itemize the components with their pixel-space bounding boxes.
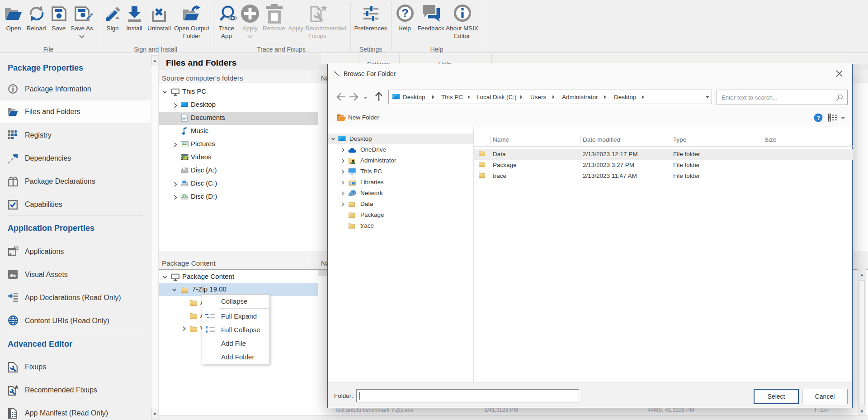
svg-text:?: ? xyxy=(401,6,409,20)
svg-text:?: ? xyxy=(816,115,820,121)
